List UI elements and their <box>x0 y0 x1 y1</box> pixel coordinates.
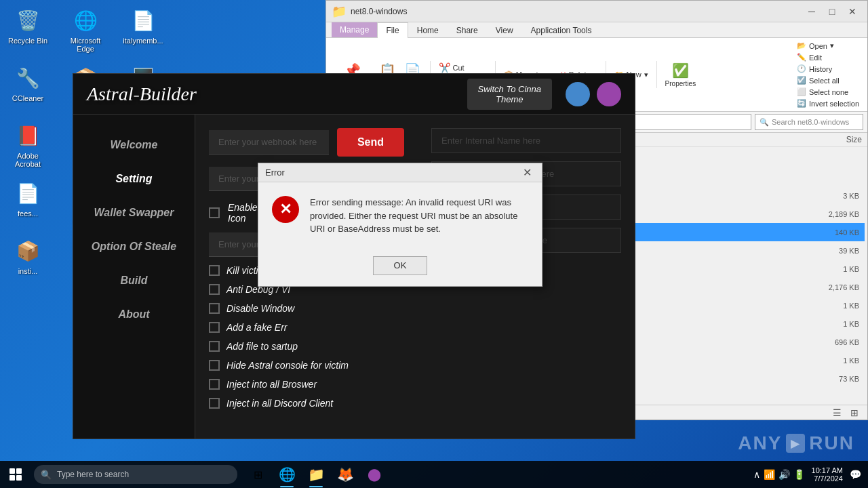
history-icon: 🕐 <box>797 64 806 73</box>
desktop-icon-insti[interactable]: 📦 insti... <box>3 237 52 291</box>
windows-icon <box>9 468 22 481</box>
clock[interactable]: 10:17 AM 7/7/2024 <box>812 466 843 483</box>
select-none-button[interactable]: ⬜ Select none <box>794 87 862 97</box>
select-all-button[interactable]: ☑️ Select all <box>794 75 862 85</box>
anyrun-watermark: ANY ▶ RUN <box>738 432 854 454</box>
desktop-icon-doc1[interactable]: 📄 italymemb... <box>119 7 167 61</box>
file-size: 39 KB <box>805 247 859 255</box>
astral-header: Astral-Builder Switch To CinnaTheme <box>73 74 635 115</box>
internal-name-input[interactable] <box>431 128 621 153</box>
open-button[interactable]: 📂 Open ▾ <box>794 41 862 51</box>
nav-build[interactable]: Build <box>73 264 195 298</box>
desktop-icon-recycle-bin[interactable]: 🗑️ Recycle Bin <box>3 7 52 61</box>
notification-icon[interactable]: 💬 <box>850 469 861 480</box>
tab-file[interactable]: File <box>377 22 408 38</box>
astral-nav: Welcome Setting Wallet Swapper Option Of… <box>73 115 195 439</box>
theme-circle-purple[interactable] <box>597 82 621 106</box>
theme-circle-blue[interactable] <box>566 82 590 106</box>
error-message: Error sending message: An invalid reques… <box>310 196 528 236</box>
inject-discord-checkbox[interactable] <box>209 398 220 409</box>
history-button[interactable]: 🕐 History <box>794 64 862 74</box>
theme-circles <box>566 82 621 106</box>
insti-icon: 📦 <box>14 237 41 264</box>
checkbox-hide-console: Hide Astral console for victim <box>209 360 404 371</box>
divider4 <box>656 61 657 88</box>
file-size: 73 KB <box>805 375 859 383</box>
recycle-bin-icon: 🗑️ <box>14 7 41 34</box>
nav-wallet-swapper[interactable]: Wallet Swapper <box>73 196 195 230</box>
tray-up-icon[interactable]: ∧ <box>753 469 760 480</box>
any-text: ANY <box>738 432 782 454</box>
taskbar-edge-button[interactable]: 🌐 <box>273 461 300 488</box>
desktop-icon-fees[interactable]: 📄 fees... <box>3 180 52 234</box>
network-icon[interactable]: 📶 <box>764 469 775 480</box>
tab-home[interactable]: Home <box>408 22 448 38</box>
webhook-input[interactable] <box>209 130 329 155</box>
acrobat-icon: 📕 <box>14 122 41 149</box>
tab-view[interactable]: View <box>487 22 522 38</box>
start-button[interactable] <box>0 461 31 488</box>
tab-manage[interactable]: Manage <box>332 22 377 37</box>
tab-app-tools[interactable]: Application Tools <box>522 22 601 38</box>
nav-setting[interactable]: Setting <box>73 162 195 196</box>
search-icon: 🔍 <box>41 470 52 480</box>
desktop-icon-acrobat[interactable]: 📕 Adobe Acrobat <box>3 122 52 176</box>
taskbar: 🔍 Type here to search ⊞ 🌐 📁 🦊 ⬤ ∧ 📶 🔊 🔋 … <box>0 461 868 488</box>
doc1-label: italymemb... <box>119 37 167 45</box>
edge-icon: 🌐 <box>72 7 99 34</box>
invert-selection-button[interactable]: 🔄 Invert selection <box>794 98 862 108</box>
anti-debug-checkbox[interactable] <box>209 284 220 295</box>
nav-about[interactable]: About <box>73 298 195 331</box>
checkbox-inject-discord: Inject in all Discord Client <box>209 398 404 409</box>
volume-icon[interactable]: 🔊 <box>778 469 790 480</box>
fake-err-checkbox[interactable] <box>209 322 220 333</box>
insti-label: insti... <box>3 267 52 275</box>
close-button[interactable]: ✕ <box>843 4 862 19</box>
cut-icon: ✂️ <box>439 62 450 73</box>
ribbon-tabs: Manage File Home Share View Application … <box>326 22 867 37</box>
file-size: 1 KB <box>805 357 859 365</box>
kill-disc-checkbox[interactable] <box>209 265 220 276</box>
desktop-icon-edge[interactable]: 🌐 Microsoft Edge <box>61 7 110 61</box>
switch-theme-button[interactable]: Switch To CinnaTheme <box>467 79 552 110</box>
search-box[interactable]: 🔍 Search net8.0-windows <box>755 114 863 130</box>
properties-button[interactable]: ✅ Properties <box>663 61 699 89</box>
grid-view-button[interactable]: ⊞ <box>847 407 862 419</box>
taskbar-apps: ⊞ 🌐 📁 🦊 ⬤ <box>244 461 388 488</box>
error-body: ✕ Error sending message: An invalid requ… <box>258 182 542 249</box>
disable-windows-checkbox[interactable] <box>209 303 220 314</box>
recycle-bin-label: Recycle Bin <box>3 37 52 45</box>
select-group: 📂 Open ▾ ✏️ Edit 🕐 History ☑️ Select <box>794 41 862 108</box>
tab-share[interactable]: Share <box>448 22 487 38</box>
edit-button[interactable]: ✏️ Edit <box>794 52 862 62</box>
fees-label: fees... <box>3 209 52 218</box>
nav-welcome[interactable]: Welcome <box>73 128 195 162</box>
maximize-button[interactable]: □ <box>823 4 842 19</box>
taskbar-app4-button[interactable]: ⬤ <box>361 461 388 488</box>
task-view-button[interactable]: ⊞ <box>244 461 271 488</box>
enable-icon-checkbox[interactable] <box>209 207 220 218</box>
taskbar-explorer-button[interactable]: 📁 <box>302 461 330 488</box>
taskbar-firefox-button[interactable]: 🦊 <box>332 461 359 488</box>
taskbar-search[interactable]: 🔍 Type here to search <box>34 465 237 484</box>
nav-option-of-steale[interactable]: Option Of Steale <box>73 230 195 264</box>
col-size-header: Size <box>808 135 862 144</box>
list-view-button[interactable]: ☰ <box>829 407 844 419</box>
file-size: 3 KB <box>805 192 859 200</box>
minimize-button[interactable]: ─ <box>802 4 821 19</box>
file-size: 1 KB <box>805 265 859 273</box>
ccleaner-icon: 🔧 <box>14 64 41 92</box>
ok-button[interactable]: OK <box>373 256 427 275</box>
invert-icon: 🔄 <box>797 99 806 108</box>
desktop-icon-ccleaner[interactable]: 🔧 CCleaner <box>3 64 52 119</box>
battery-icon[interactable]: 🔋 <box>793 469 805 480</box>
checkbox-disable-windows: Disable Window <box>209 303 404 314</box>
taskbar-search-placeholder: Type here to search <box>57 470 129 479</box>
inject-browser-checkbox[interactable] <box>209 379 220 390</box>
error-close-button[interactable]: ✕ <box>519 165 535 180</box>
file-startup-checkbox[interactable] <box>209 341 220 352</box>
send-button[interactable]: Send <box>337 128 404 157</box>
hide-console-checkbox[interactable] <box>209 360 220 371</box>
cut-button[interactable]: ✂️ Cut <box>436 62 490 74</box>
error-footer: OK <box>258 249 542 286</box>
